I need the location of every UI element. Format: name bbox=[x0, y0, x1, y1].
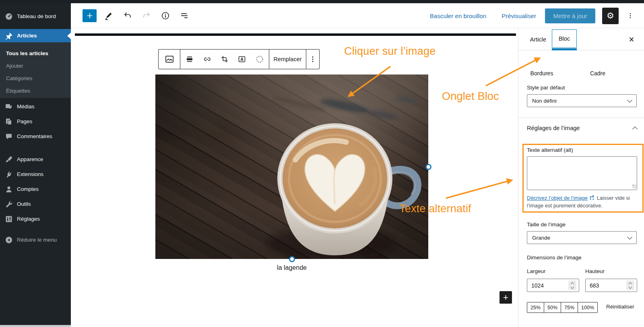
sidebar-item-label: Outils bbox=[17, 201, 31, 207]
crop-button[interactable] bbox=[217, 51, 233, 67]
tab-bloc[interactable]: Bloc bbox=[552, 29, 577, 48]
brush-icon bbox=[5, 155, 13, 164]
sidebar-item-settings[interactable]: Réglages bbox=[0, 212, 71, 226]
sidebar-item-label: Médias bbox=[17, 103, 35, 110]
submenu-item-add[interactable]: Ajouter bbox=[0, 60, 71, 71]
list-view-button[interactable] bbox=[178, 9, 191, 23]
textarea-resize-grip[interactable] bbox=[632, 184, 636, 188]
preview-button[interactable]: Prévisualiser bbox=[502, 12, 536, 19]
width-label: Largeur bbox=[527, 268, 546, 274]
alt-text-label: Texte alternatif (alt) bbox=[527, 147, 573, 153]
submenu-item-all-posts[interactable]: Tous les articles bbox=[0, 48, 71, 58]
post-title-rule bbox=[75, 33, 516, 36]
sidebar-item-label: Extensions bbox=[17, 171, 43, 177]
align-button[interactable] bbox=[182, 51, 198, 67]
comments-icon bbox=[5, 132, 13, 141]
redo-icon bbox=[142, 11, 151, 21]
block-options-button[interactable] bbox=[307, 51, 319, 67]
articles-submenu: Tous les articles Ajouter Catégories Éti… bbox=[0, 42, 71, 98]
undo-button[interactable] bbox=[121, 9, 134, 23]
sidebar-item-label: Commentaires bbox=[17, 133, 52, 139]
link-button[interactable] bbox=[199, 51, 215, 67]
edit-mode-button[interactable] bbox=[102, 9, 116, 23]
panel-divider bbox=[518, 118, 644, 118]
switch-to-draft-button[interactable]: Basculer en brouillon bbox=[430, 12, 486, 19]
image-settings-header[interactable]: Réglages de l’image bbox=[527, 125, 637, 131]
resize-handle-right[interactable] bbox=[425, 164, 431, 170]
scale-25-button[interactable]: 25% bbox=[527, 302, 544, 313]
image-size-select[interactable]: Grande bbox=[527, 231, 637, 244]
collapse-icon bbox=[5, 236, 13, 244]
submenu-item-categories[interactable]: Catégories bbox=[0, 73, 71, 83]
active-menu-arrow bbox=[67, 33, 71, 39]
pencil-icon bbox=[104, 11, 114, 21]
wordpress-editor-screen: Tableau de bord Articles Tous les articl… bbox=[0, 0, 644, 327]
coffee-image-block[interactable] bbox=[155, 75, 428, 259]
details-button[interactable] bbox=[159, 9, 172, 23]
collapse-menu-button[interactable]: Réduire le menu bbox=[0, 233, 71, 246]
alt-text-input[interactable] bbox=[527, 156, 637, 190]
height-stepper[interactable] bbox=[626, 280, 634, 290]
sidebar-item-media[interactable]: Médias bbox=[0, 100, 71, 113]
sidebar-item-dashboard[interactable]: Tableau de bord bbox=[0, 10, 71, 23]
dimensions-label: Dimensions de l’image bbox=[527, 255, 582, 261]
replace-button[interactable]: Remplacer bbox=[273, 56, 301, 62]
append-block-button[interactable]: + bbox=[500, 291, 512, 304]
default-style-label: Style par défaut bbox=[527, 85, 565, 91]
image-caption[interactable]: la lagende bbox=[155, 264, 428, 271]
sidebar-item-label: Réglages bbox=[17, 216, 40, 222]
width-stepper[interactable] bbox=[568, 280, 576, 290]
link-icon bbox=[202, 54, 212, 64]
default-style-select[interactable]: Non défini bbox=[527, 94, 637, 107]
style-variation-bordures[interactable]: Bordures bbox=[524, 70, 560, 77]
list-view-icon bbox=[180, 11, 189, 21]
height-label: Hauteur bbox=[585, 268, 605, 274]
image-block-type-button[interactable] bbox=[161, 51, 178, 67]
external-link-icon bbox=[589, 195, 594, 200]
plus-icon: + bbox=[503, 292, 508, 303]
editor-header: Basculer en brouillon Prévisualiser Mett… bbox=[71, 3, 644, 28]
scale-100-button[interactable]: 100% bbox=[578, 302, 598, 313]
admin-footer-strip bbox=[0, 325, 71, 327]
align-icon bbox=[185, 54, 194, 64]
letter-a-box-icon: A bbox=[237, 54, 247, 64]
media-icon bbox=[5, 103, 13, 111]
annotation-click-image: Cliquer sur l’image bbox=[344, 45, 436, 58]
chevron-down-icon bbox=[627, 234, 632, 240]
sidebar-item-label: Pages bbox=[17, 118, 32, 124]
style-variation-cadre[interactable]: Cadre bbox=[580, 70, 616, 77]
tab-bloc-active-bar bbox=[552, 48, 577, 50]
tools-icon bbox=[5, 200, 13, 208]
scale-50-button[interactable]: 50% bbox=[544, 302, 561, 313]
text-over-image-button[interactable]: A bbox=[234, 51, 250, 67]
sidebar-tabs: Article Bloc × bbox=[518, 28, 644, 50]
reset-dimensions-button[interactable]: Réinitialiser bbox=[606, 304, 634, 310]
submenu-item-tags[interactable]: Étiquettes bbox=[0, 85, 71, 96]
sidebar-item-plugins[interactable]: Extensions bbox=[0, 168, 71, 181]
settings-toggle-button[interactable]: ⚙ bbox=[602, 8, 619, 24]
describe-image-link[interactable]: Décrivez l’objet de l’image bbox=[527, 195, 588, 201]
update-button[interactable]: Mettre à jour bbox=[545, 8, 595, 23]
options-menu-button[interactable] bbox=[626, 8, 634, 24]
sidebar-item-pages[interactable]: Pages bbox=[0, 115, 71, 128]
pin-icon bbox=[5, 32, 13, 40]
kebab-icon bbox=[308, 54, 318, 64]
undo-icon bbox=[123, 11, 132, 21]
sidebar-item-label: Apparence bbox=[17, 156, 43, 162]
block-inserter-toggle[interactable] bbox=[83, 9, 97, 22]
duotone-icon bbox=[255, 54, 264, 64]
sidebar-item-articles[interactable]: Articles bbox=[0, 29, 71, 42]
sidebar-item-comments[interactable]: Commentaires bbox=[0, 130, 71, 143]
scale-75-button[interactable]: 75% bbox=[561, 302, 578, 313]
tab-article[interactable]: Article bbox=[526, 28, 551, 50]
sidebar-item-appearance[interactable]: Apparence bbox=[0, 153, 71, 166]
redo-button[interactable] bbox=[140, 9, 153, 23]
sidebar-item-users[interactable]: Comptes bbox=[0, 182, 71, 196]
browser-top-strip bbox=[0, 0, 644, 3]
annotation-alt-text: Texte alternatif bbox=[399, 203, 471, 215]
gear-icon: ⚙ bbox=[607, 11, 614, 21]
close-settings-button[interactable]: × bbox=[626, 34, 637, 45]
sidebar-item-tools[interactable]: Outils bbox=[0, 197, 71, 211]
duotone-button[interactable] bbox=[252, 51, 268, 67]
resize-handle-bottom[interactable] bbox=[289, 256, 295, 262]
